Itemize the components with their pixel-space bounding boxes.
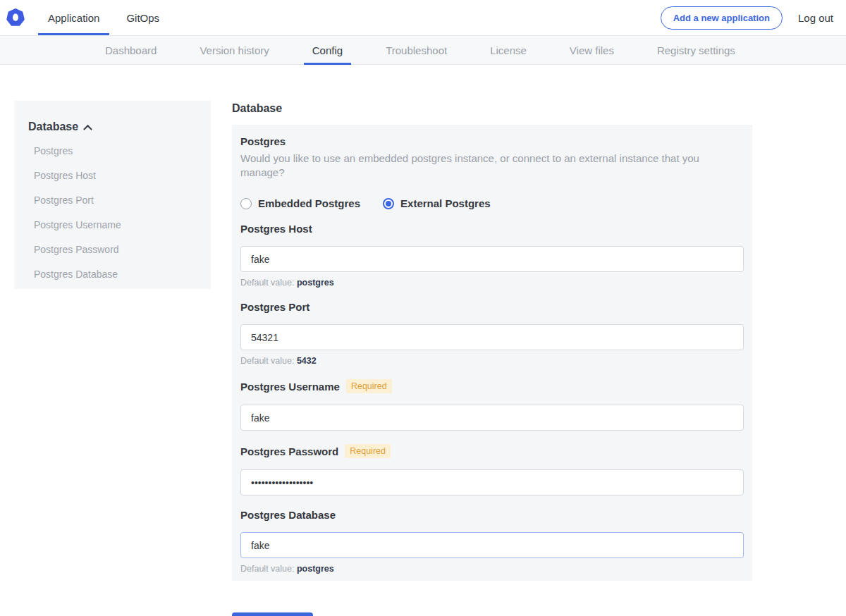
tab-gitops-label: GitOps	[126, 12, 159, 24]
field-label: Postgres Host	[240, 223, 312, 235]
default-value-hint: Default value: postgres	[240, 564, 744, 574]
field-label: Postgres Password	[240, 445, 338, 457]
sidebar-item-postgres-username[interactable]: Postgres Username	[28, 220, 197, 230]
logout-link[interactable]: Log out	[798, 12, 833, 24]
subnav-item-view-files[interactable]: View files	[570, 36, 614, 64]
required-badge: Required	[345, 444, 391, 458]
sidebar-group-database[interactable]: Database	[28, 121, 197, 133]
tab-application-label: Application	[48, 12, 99, 24]
sidebar-item-postgres-password[interactable]: Postgres Password	[28, 245, 197, 254]
field-postgres-password: Postgres Password Required	[240, 444, 744, 495]
config-group-postgres: Postgres Would you like to use an embedd…	[240, 135, 744, 209]
field-postgres-host: Postgres Host Default value: postgres	[240, 223, 744, 288]
field-label: Postgres Port	[240, 301, 309, 313]
postgres-username-input[interactable]	[240, 405, 744, 431]
top-header: Application GitOps Add a new application…	[0, 0, 846, 36]
field-postgres-port: Postgres Port Default value: 5432	[240, 301, 744, 366]
postgres-host-input[interactable]	[240, 246, 744, 272]
subnav-item-registry-settings[interactable]: Registry settings	[657, 36, 735, 64]
tab-gitops[interactable]: GitOps	[126, 0, 159, 35]
chevron-up-icon	[83, 124, 92, 133]
add-application-button[interactable]: Add a new application	[661, 6, 783, 30]
group-help-text: Would you like to use an embedded postgr…	[240, 152, 744, 180]
subnav-item-troubleshoot[interactable]: Troubleshoot	[386, 36, 447, 64]
page-title: Database	[232, 102, 752, 115]
app-logo-icon[interactable]	[6, 8, 25, 27]
radio-external-label: External Postgres	[400, 197, 491, 209]
sidebar-group-title: Database	[28, 121, 78, 133]
sidebar-item-postgres[interactable]: Postgres	[28, 146, 197, 156]
postgres-port-input[interactable]	[240, 324, 744, 350]
required-badge: Required	[346, 379, 392, 393]
active-tab-underline	[38, 33, 109, 35]
radio-external-postgres[interactable]: External Postgres	[383, 197, 491, 209]
config-sidebar: Database Postgres Postgres Host Postgres…	[14, 101, 211, 289]
subnav-item-config[interactable]: Config	[312, 36, 343, 64]
header-right: Add a new application Log out	[661, 6, 833, 30]
postgres-password-input[interactable]	[240, 469, 744, 495]
default-value-hint: Default value: 5432	[240, 356, 744, 366]
group-label: Postgres	[240, 135, 744, 147]
content-area: Database Postgres Postgres Host Postgres…	[0, 101, 846, 616]
sidebar-item-postgres-port[interactable]: Postgres Port	[28, 195, 197, 205]
subnav-item-version-history[interactable]: Version history	[200, 36, 269, 64]
field-label: Postgres Username	[240, 381, 340, 393]
save-config-button[interactable]: Save config	[232, 612, 313, 616]
field-postgres-database: Postgres Database Default value: postgre…	[240, 509, 744, 574]
postgres-radio-group: Embedded Postgres External Postgres	[240, 197, 744, 209]
app-subnav: Dashboard Version history Config Trouble…	[0, 36, 846, 65]
radio-embedded-postgres[interactable]: Embedded Postgres	[240, 197, 360, 209]
radio-circle-icon[interactable]	[240, 198, 252, 209]
radio-embedded-label: Embedded Postgres	[258, 197, 360, 209]
field-postgres-username: Postgres Username Required	[240, 379, 744, 431]
sidebar-item-postgres-host[interactable]: Postgres Host	[28, 171, 197, 180]
postgres-database-input[interactable]	[240, 532, 744, 558]
sidebar-item-postgres-database[interactable]: Postgres Database	[28, 269, 197, 279]
radio-circle-checked-icon[interactable]	[383, 198, 394, 209]
default-value-hint: Default value: postgres	[240, 278, 744, 288]
field-label: Postgres Database	[240, 509, 336, 521]
tab-application[interactable]: Application	[48, 0, 99, 35]
subnav-item-dashboard[interactable]: Dashboard	[105, 36, 157, 64]
config-panel: Postgres Would you like to use an embedd…	[232, 125, 752, 581]
config-main: Database Postgres Would you like to use …	[232, 101, 752, 616]
top-tabs: Application GitOps	[48, 0, 186, 35]
subnav-item-license[interactable]: License	[490, 36, 527, 64]
